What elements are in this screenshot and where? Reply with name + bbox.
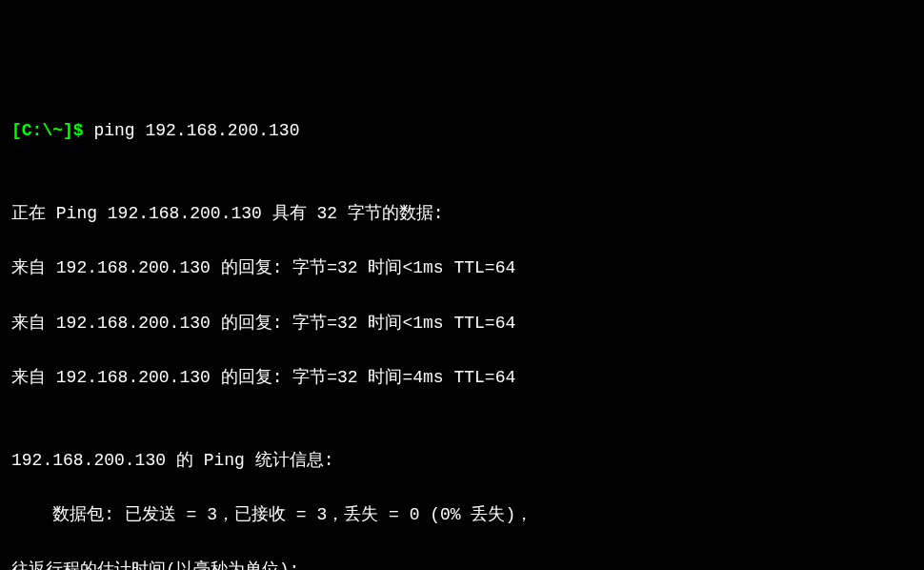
terminal-window[interactable]: [C:\~]$ ping 192.168.200.130 正在 Ping 192… [11, 117, 913, 570]
ping-stats-header: 192.168.200.130 的 Ping 统计信息: [11, 447, 913, 475]
prompt-line-ping: [C:\~]$ ping 192.168.200.130 [11, 117, 913, 145]
ping-packets: 数据包: 已发送 = 3，已接收 = 3，丢失 = 0 (0% 丢失)， [11, 501, 913, 529]
ping-reply-3: 来自 192.168.200.130 的回复: 字节=32 时间=4ms TTL… [11, 364, 913, 392]
ping-command: ping 192.168.200.130 [93, 121, 299, 140]
ping-reply-1: 来自 192.168.200.130 的回复: 字节=32 时间<1ms TTL… [11, 254, 913, 282]
ping-roundtrip-header: 往返行程的估计时间(以毫秒为单位): [11, 557, 913, 570]
ping-reply-2: 来自 192.168.200.130 的回复: 字节=32 时间<1ms TTL… [11, 310, 913, 337]
prompt-label: [C:\~]$ [11, 121, 84, 140]
ping-header: 正在 Ping 192.168.200.130 具有 32 字节的数据: [11, 200, 913, 228]
